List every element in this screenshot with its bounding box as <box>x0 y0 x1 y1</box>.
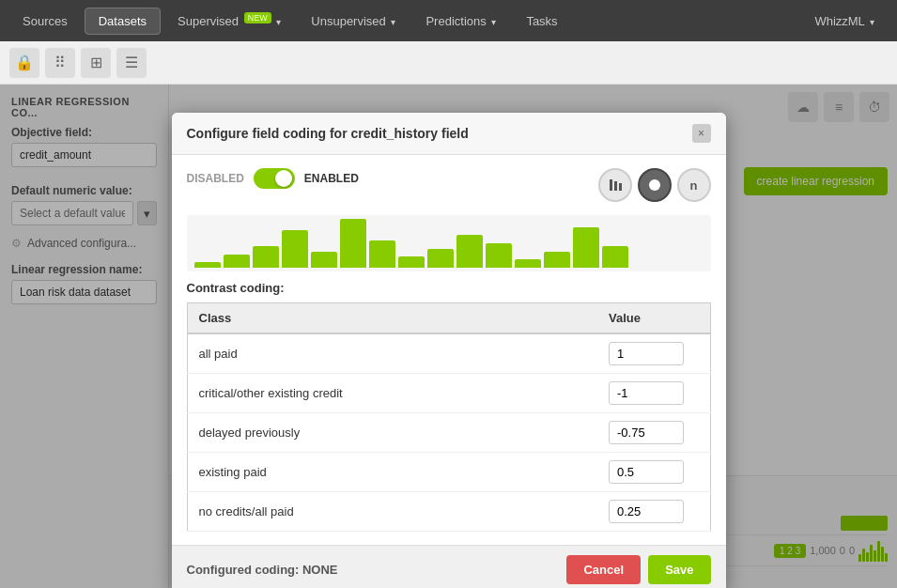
class-cell: all paid <box>187 333 597 374</box>
tree-icon[interactable]: ⠿ <box>45 48 75 78</box>
class-cell: delayed previously <box>187 413 597 453</box>
chart-bar <box>253 246 279 268</box>
value-cell <box>597 413 710 453</box>
nav-sources[interactable]: Sources <box>9 8 81 34</box>
unsupervised-arrow: ▾ <box>391 17 395 27</box>
lock-icon: 🔒 <box>9 48 39 78</box>
top-nav: Sources Datasets Supervised NEW ▾ Unsupe… <box>0 0 897 41</box>
chart-bar <box>311 252 337 268</box>
value-input[interactable] <box>609 500 684 523</box>
table-row: delayed previously <box>187 413 710 453</box>
svg-rect-2 <box>619 183 622 191</box>
toggle-row: DISABLED ENABLED <box>187 168 359 189</box>
toolbar: 🔒 ⠿ ⊞ ☰ <box>0 41 897 85</box>
nav-datasets[interactable]: Datasets <box>85 8 161 35</box>
toggle-switch[interactable] <box>254 168 295 189</box>
class-column-header: Class <box>187 303 597 334</box>
whizzml-arrow: ▾ <box>870 17 874 27</box>
contrast-label: Contrast coding: <box>187 281 711 295</box>
configured-value: NONE <box>302 563 338 577</box>
table-row: no credits/all paid <box>187 492 710 532</box>
footer-buttons: Cancel Save <box>566 555 710 584</box>
modal-footer: Configured coding: NONE Cancel Save <box>172 545 726 588</box>
nav-predictions[interactable]: Predictions ▾ <box>412 8 509 34</box>
modal-title: Configure field coding for credit_histor… <box>187 126 469 141</box>
save-button[interactable]: Save <box>648 555 710 584</box>
configured-label: Configured coding: NONE <box>187 563 338 577</box>
cancel-button[interactable]: Cancel <box>566 555 641 584</box>
svg-rect-0 <box>610 179 612 191</box>
value-cell <box>597 374 710 413</box>
table-row: critical/other existing credit <box>187 374 710 413</box>
class-cell: existing paid <box>187 453 597 492</box>
chart-bar <box>427 249 454 268</box>
nav-unsupervised[interactable]: Unsupervised ▾ <box>298 8 409 34</box>
chart-bar <box>486 243 512 268</box>
nav-tasks[interactable]: Tasks <box>513 8 570 34</box>
chart-bar <box>573 227 599 268</box>
main-area: LINEAR REGRESSION CO... Objective field:… <box>0 85 897 588</box>
coding-table: Class Value all paidcritical/other exist… <box>187 302 711 532</box>
nav-whizzml[interactable]: WhizzML ▾ <box>801 8 888 34</box>
value-column-header: Value <box>597 303 710 334</box>
chart-bar <box>340 219 366 268</box>
chart-bar <box>398 256 425 268</box>
enabled-label: ENABLED <box>304 172 359 185</box>
modal-header: Configure field coding for credit_histor… <box>172 113 726 155</box>
toggle-knob <box>275 170 292 187</box>
modal-backdrop: Configure field coding for credit_histor… <box>0 85 897 588</box>
chart-bar <box>224 255 250 268</box>
coding-icons: n <box>598 168 711 202</box>
chart-bar <box>515 259 541 268</box>
list-icon[interactable]: ☰ <box>116 48 147 78</box>
table-row: existing paid <box>187 453 710 492</box>
nav-supervised[interactable]: Supervised NEW ▾ <box>164 8 294 34</box>
table-row: all paid <box>187 333 710 374</box>
chart-bar <box>456 235 483 268</box>
svg-point-4 <box>652 182 657 188</box>
class-cell: no credits/all paid <box>187 492 597 532</box>
modal-body: DISABLED ENABLED <box>172 155 726 545</box>
svg-rect-1 <box>614 181 617 191</box>
disabled-label: DISABLED <box>187 172 244 185</box>
modal-close-button[interactable]: × <box>692 124 711 143</box>
coding-circle-button[interactable] <box>638 168 672 202</box>
new-badge: NEW <box>244 12 271 23</box>
grid-icon[interactable]: ⊞ <box>81 48 111 78</box>
coding-bars-button[interactable] <box>598 168 632 202</box>
coding-n-button[interactable]: n <box>677 168 711 202</box>
value-input[interactable] <box>609 460 684 484</box>
value-input[interactable] <box>609 381 684 405</box>
chart-bar <box>602 246 628 268</box>
supervised-arrow: ▾ <box>276 17 281 27</box>
value-input[interactable] <box>609 342 684 365</box>
value-cell <box>597 333 710 374</box>
modal: Configure field coding for credit_histor… <box>172 113 726 588</box>
histogram-chart <box>187 215 711 271</box>
chart-bar <box>369 240 395 268</box>
chart-bar <box>194 262 221 268</box>
chart-bar <box>282 230 308 268</box>
chart-bar <box>544 252 570 268</box>
value-input[interactable] <box>609 421 684 444</box>
value-cell <box>597 453 710 492</box>
class-cell: critical/other existing credit <box>187 374 597 413</box>
value-cell <box>597 492 710 532</box>
predictions-arrow: ▾ <box>491 17 496 27</box>
modal-field-name: credit_history <box>351 126 439 141</box>
